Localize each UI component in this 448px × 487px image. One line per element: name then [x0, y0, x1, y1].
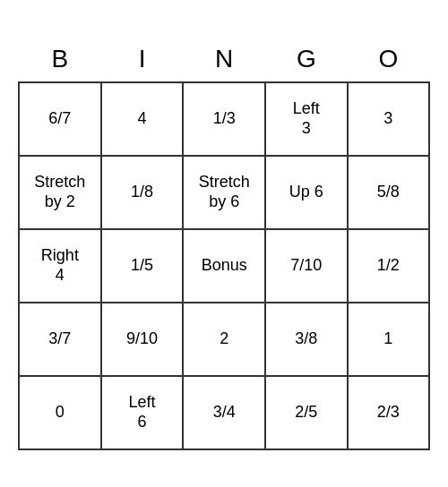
table-cell: 3/7: [19, 303, 101, 376]
table-cell: 3/4: [183, 376, 265, 449]
table-cell: Bonus: [183, 229, 265, 303]
table-cell: 1/2: [348, 229, 429, 303]
table-row: 0Left63/42/52/3: [19, 376, 429, 449]
table-row: 6/741/3Left33: [19, 82, 429, 156]
header-cell: N: [183, 38, 265, 82]
table-cell: 3: [348, 82, 429, 156]
table-cell: Up 6: [265, 156, 348, 229]
header-cell: B: [19, 38, 101, 82]
table-row: 3/79/1023/81: [19, 303, 429, 376]
table-cell: Right4: [19, 229, 101, 303]
table-cell: 3/8: [265, 303, 348, 376]
table-cell: 9/10: [101, 303, 184, 376]
table-cell: Left6: [101, 376, 184, 449]
table-row: Stretchby 21/8Stretchby 6Up 65/8: [19, 156, 429, 229]
table-cell: 2/5: [265, 376, 348, 449]
header-row: BINGO: [19, 38, 429, 82]
table-cell: Stretchby 2: [19, 156, 101, 229]
table-cell: 1/8: [101, 156, 184, 229]
table-cell: 7/10: [265, 229, 348, 303]
table-cell: 6/7: [19, 82, 101, 156]
table-cell: 4: [101, 82, 184, 156]
header-cell: I: [101, 38, 184, 82]
table-cell: Stretchby 6: [183, 156, 265, 229]
bingo-table: BINGO 6/741/3Left33Stretchby 21/8Stretch…: [18, 38, 430, 450]
table-row: Right41/5Bonus7/101/2: [19, 229, 429, 303]
bingo-board: BINGO 6/741/3Left33Stretchby 21/8Stretch…: [18, 38, 430, 450]
table-cell: 0: [19, 376, 101, 449]
table-cell: 2/3: [348, 376, 429, 449]
table-cell: Left3: [265, 82, 348, 156]
header-cell: G: [265, 38, 348, 82]
header-cell: O: [348, 38, 429, 82]
table-cell: 2: [183, 303, 265, 376]
table-cell: 5/8: [348, 156, 429, 229]
table-cell: 1/5: [101, 229, 184, 303]
table-cell: 1/3: [183, 82, 265, 156]
table-cell: 1: [348, 303, 429, 376]
